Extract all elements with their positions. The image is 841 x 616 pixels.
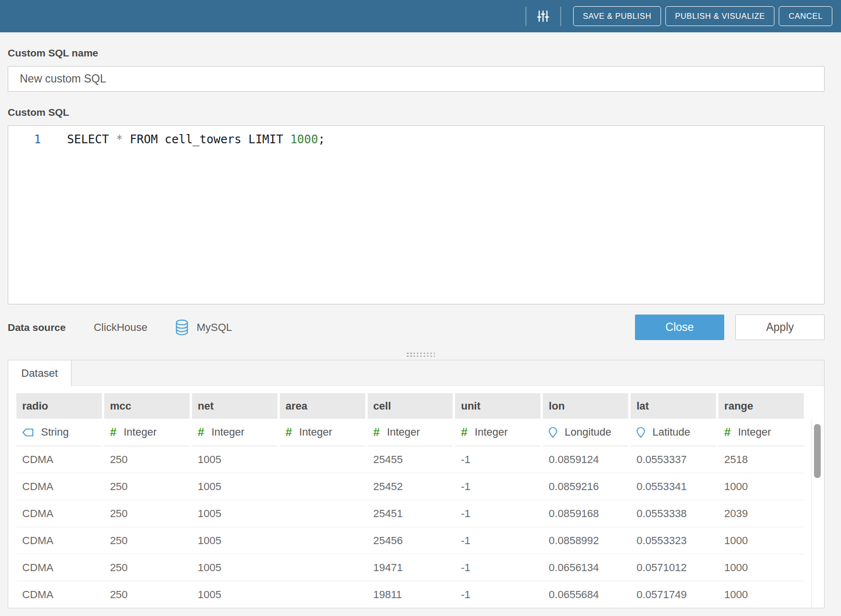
table-cell: 250 — [104, 473, 190, 500]
database-icon — [175, 319, 189, 336]
custom-sql-form: Custom SQL name Custom SQL 1 SELECT * FR… — [0, 47, 841, 340]
table-cell: -1 — [455, 473, 540, 500]
column-type-cell: #Integer — [368, 419, 453, 446]
column-header-cell[interactable]: cell — [368, 393, 453, 419]
table-cell — [280, 581, 365, 608]
table-cell: 25452 — [368, 473, 453, 500]
table-cell: 19471 — [368, 554, 453, 581]
column-header-lon[interactable]: lon — [543, 393, 628, 419]
column-header-net[interactable]: net — [192, 393, 277, 419]
column-type-label: Integer — [387, 426, 420, 438]
table-cell: 1005 — [192, 554, 277, 581]
table-cell: CDMA — [16, 527, 102, 554]
table-cell: 0.0553338 — [631, 500, 716, 527]
column-type-range: #Integer — [718, 419, 804, 446]
table-row: CDMA250100525452-10.08592160.05533411000 — [16, 473, 804, 500]
table-cell: -1 — [455, 500, 540, 527]
table-cell: 250 — [104, 527, 190, 554]
table-cell — [280, 446, 365, 473]
table-cell: 250 — [104, 581, 190, 608]
table-cell: 19811 — [368, 581, 453, 608]
table-cell: CDMA — [16, 581, 102, 608]
column-type-radio: String — [16, 419, 102, 446]
table-cell: 25451 — [368, 500, 453, 527]
code-token: SELECT — [67, 133, 109, 146]
apply-button[interactable]: Apply — [735, 315, 825, 340]
table-cell: 2518 — [718, 446, 804, 473]
column-header-unit[interactable]: unit — [455, 393, 540, 419]
tab-strip: Dataset — [8, 360, 824, 386]
table-cell: 0.0553341 — [631, 473, 716, 500]
table-cell: 25455 — [368, 446, 453, 473]
table-cell: 0.0858992 — [543, 527, 628, 554]
code-token: FROM — [130, 133, 158, 146]
table-cell: 1000 — [718, 581, 804, 608]
integer-type-icon: # — [110, 425, 116, 439]
close-button[interactable]: Close — [635, 315, 724, 340]
datasource-option-mysql[interactable]: MySQL — [175, 319, 232, 336]
table-type-row: String#Integer#Integer#Integer#Integer#I… — [16, 419, 804, 446]
table-cell: 0.0571749 — [631, 581, 716, 608]
geo-pin-icon — [549, 427, 557, 438]
datasource-option-label: MySQL — [196, 321, 232, 334]
code-token — [123, 133, 130, 146]
table-row: CDMA250100525456-10.08589920.05533231000 — [16, 527, 804, 554]
table-cell: CDMA — [16, 554, 102, 581]
column-type-label: Integer — [475, 426, 508, 438]
column-header-area[interactable]: area — [280, 393, 365, 419]
table-cell: -1 — [455, 527, 540, 554]
column-type-net: #Integer — [192, 419, 277, 446]
integer-type-icon: # — [373, 425, 380, 439]
tab-dataset[interactable]: Dataset — [8, 360, 71, 386]
datasource-option-clickhouse[interactable]: ClickHouse — [94, 321, 147, 334]
code-token: cell_towers — [158, 133, 248, 146]
table-cell: 2039 — [718, 500, 804, 527]
string-type-icon — [22, 428, 34, 437]
datasource-label: Data source — [8, 322, 66, 333]
integer-type-icon: # — [198, 425, 204, 439]
table-cell: 25456 — [368, 527, 453, 554]
column-type-label: Integer — [738, 426, 771, 438]
panel-resize-handle[interactable] — [0, 340, 841, 360]
table-cell: -1 — [455, 446, 540, 473]
table-cell: 250 — [104, 500, 190, 527]
table-cell: 0.0859168 — [543, 500, 628, 527]
table-cell: 1005 — [192, 581, 277, 608]
column-header-mcc[interactable]: mcc — [104, 393, 190, 419]
table-cell: 0.0655684 — [543, 581, 628, 608]
column-type-area: #Integer — [280, 419, 365, 446]
custom-sql-name-input[interactable] — [8, 66, 825, 92]
column-type-mcc: #Integer — [104, 419, 190, 446]
publish-and-visualize-button[interactable]: PUBLISH & VISUALIZE — [665, 6, 775, 26]
column-header-radio[interactable]: radio — [16, 393, 102, 419]
settings-sliders-icon[interactable] — [526, 10, 560, 22]
table-cell: 1000 — [718, 473, 804, 500]
column-type-label: Latitude — [652, 426, 690, 438]
sql-code-editor[interactable]: 1 SELECT * FROM cell_towers LIMIT 1000; — [8, 125, 825, 304]
table-row: CDMA250100525451-10.08591680.05533382039 — [16, 500, 804, 527]
table-cell: 0.0859124 — [543, 446, 628, 473]
table-cell: -1 — [455, 554, 540, 581]
table-cell: 0.0553323 — [631, 527, 716, 554]
table-cell: 0.0553337 — [631, 446, 716, 473]
table-cell — [280, 473, 365, 500]
table-cell: CDMA — [16, 473, 102, 500]
column-header-range[interactable]: range — [718, 393, 804, 419]
table-cell: 1000 — [718, 554, 804, 581]
table-scrollbar[interactable] — [814, 424, 821, 478]
integer-type-icon: # — [724, 425, 731, 439]
column-header-lat[interactable]: lat — [631, 393, 716, 419]
column-type-unit: #Integer — [455, 419, 540, 446]
save-and-publish-button[interactable]: SAVE & PUBLISH — [573, 6, 661, 26]
table-cell: -1 — [455, 581, 540, 608]
table-cell — [280, 500, 365, 527]
table-cell: 0.0571012 — [631, 554, 716, 581]
column-type-label: Integer — [299, 426, 332, 438]
column-type-label: String — [41, 426, 69, 438]
table-header-row: radiomccnetareacellunitlonlatrange — [16, 393, 804, 419]
table-cell: CDMA — [16, 446, 102, 473]
table-cell: 250 — [104, 446, 190, 473]
cancel-button[interactable]: CANCEL — [779, 6, 832, 26]
geo-pin-icon — [636, 427, 645, 438]
code-token: * — [116, 133, 123, 146]
